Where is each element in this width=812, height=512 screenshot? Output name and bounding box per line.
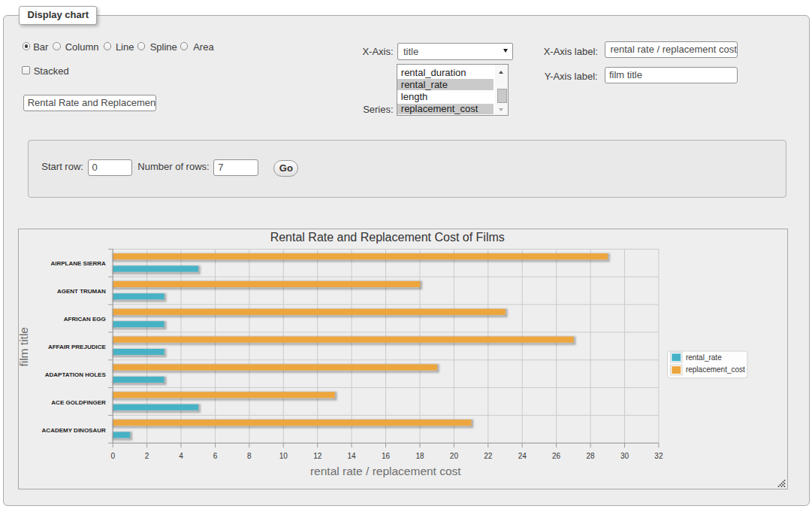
svg-text:8: 8	[247, 452, 252, 460]
svg-text:18: 18	[415, 452, 424, 460]
svg-text:AGENT TRUMAN: AGENT TRUMAN	[57, 288, 106, 295]
svg-text:AFFAIR PREJUDICE: AFFAIR PREJUDICE	[48, 344, 107, 350]
svg-text:16: 16	[382, 452, 391, 460]
svg-text:ACADEMY DINOSAUR: ACADEMY DINOSAUR	[42, 427, 106, 434]
svg-text:14: 14	[348, 452, 357, 460]
svg-text:28: 28	[587, 452, 596, 460]
svg-text:24: 24	[518, 452, 527, 460]
svg-text:22: 22	[484, 452, 493, 460]
svg-text:film title: film title	[17, 327, 30, 367]
svg-text:rental rate / replacement cost: rental rate / replacement cost	[310, 465, 461, 477]
svg-text:32: 32	[654, 452, 663, 460]
svg-text:12: 12	[313, 452, 322, 460]
svg-text:replacement_cost: replacement_cost	[686, 365, 745, 374]
svg-text:0: 0	[110, 452, 115, 460]
svg-text:2: 2	[145, 452, 149, 460]
svg-text:26: 26	[552, 452, 561, 460]
svg-text:4: 4	[179, 452, 183, 460]
svg-text:ADAPTATION HOLES: ADAPTATION HOLES	[45, 371, 107, 378]
svg-text:AFRICAN EGG: AFRICAN EGG	[64, 316, 106, 323]
svg-text:20: 20	[450, 452, 459, 460]
svg-text:AIRPLANE SIERRA: AIRPLANE SIERRA	[50, 260, 106, 267]
svg-text:10: 10	[279, 452, 288, 460]
svg-text:6: 6	[213, 452, 218, 460]
svg-text:ACE GOLDFINGER: ACE GOLDFINGER	[51, 399, 106, 406]
svg-text:30: 30	[620, 452, 629, 460]
svg-text:Rental Rate and Replacement Co: Rental Rate and Replacement Cost of Film…	[270, 231, 505, 244]
svg-text:rental_rate: rental_rate	[686, 353, 722, 362]
